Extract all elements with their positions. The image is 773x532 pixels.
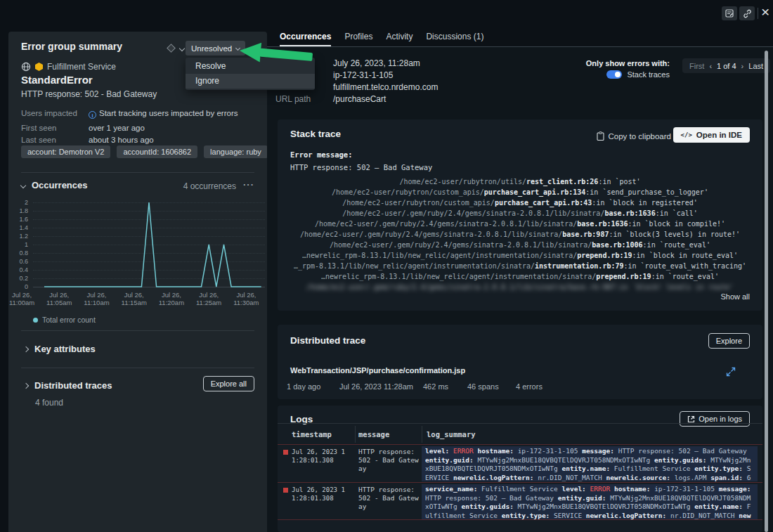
log-row[interactable]: Jul 26, 2023 11:28:01.308HTTP response: … [278,482,762,520]
chart-legend[interactable]: Total error count [33,316,96,324]
stack-frame[interactable]: …newrelic_rpm-8.13.1/lib/new_relic/agent… [278,271,762,282]
field-value: about 3 hours ago [89,136,154,144]
distributed-traces-title: Distributed traces [34,380,112,391]
filter-title: Only show errors with: [586,59,670,67]
info-icon[interactable]: i [89,111,96,119]
stack-frames: /home/ec2-user/rubytron/utils/rest_clien… [278,176,762,292]
pagination-last[interactable]: Last [748,62,763,70]
detail-tab-bar: OccurrencesProfilesActivityDiscussions (… [267,25,773,47]
stack-traces-toggle[interactable] [606,70,622,79]
col-log-summary[interactable]: log_summary [427,430,476,439]
tab-discussions-1-[interactable]: Discussions (1) [426,32,483,46]
feedback-note-button[interactable] [722,6,737,20]
occurrences-section-header[interactable]: Occurrences [21,180,88,190]
copy-to-clipboard-button[interactable]: Copy to clipboard [597,131,672,141]
service-health-hexagon-icon [35,63,43,71]
log-summary: level: ERROR hostname: ip-172-31-1-105 m… [422,446,758,481]
attribute-tag: accountId: 1606862 [117,145,197,158]
stack-frame[interactable]: /home/ec2-user/.gem/ruby/2.4/gems/sinatr… [278,240,762,250]
column-divider [422,426,422,443]
y-tick-label: 2 [8,199,28,206]
stack-frame[interactable]: /home/ec2-user/.gem/ruby/2.4/gems/sinatr… [278,229,762,240]
dropdown-option-ignore[interactable]: Ignore [186,74,315,89]
explore-all-button[interactable]: Explore all [203,376,254,391]
vertical-scrollbar[interactable] [765,51,768,532]
section-divider [21,368,254,368]
status-dropdown-button[interactable]: Unresolved [186,41,245,56]
blurred-stack-frame: /home/ec2-user/.gem/ruby/2.4/gems/sinatr… [278,282,762,292]
distributed-trace-title: Distributed trace [290,335,365,346]
stack-frame[interactable]: /home/ec2-user/.gem/ruby/2.4/gems/sinatr… [278,219,762,229]
summary-field-row: Last seenabout 3 hours ago [21,136,154,144]
error-inbox-detail-window: × Error group summary Fulfillment Servic… [0,0,773,532]
service-row[interactable]: Fulfillment Service [21,62,116,72]
occurrences-line-chart[interactable] [33,198,265,287]
key-attributes-section-header[interactable]: Key attributes [24,344,96,354]
summary-field-row: Users impactediStart tracking users impa… [21,109,238,119]
code-icon: </> [681,131,692,138]
col-timestamp[interactable]: timestamp [292,430,332,439]
distributed-trace-card: Distributed trace Explore WebTransaction… [278,325,762,399]
x-tick-label: Jul 26,11:25am [188,291,230,306]
chevron-right-icon [23,346,29,351]
stack-frame[interactable]: /home/ec2-user/rubytron/utils/rest_clien… [278,176,762,187]
legend-label: Total error count [42,316,96,324]
stack-error-message: HTTP response: 502 – Bad Gateway [290,163,432,171]
topbar-divider [758,8,758,19]
y-tick-label: 0.4 [8,266,28,273]
tag-list: account: Demotron V2accountId: 1606862la… [21,145,267,158]
pagination-first[interactable]: First [689,62,704,70]
show-all-link[interactable]: Show all [720,292,750,301]
field-value[interactable]: Start tracking users impacted by errors [99,109,238,117]
field-label: First seen [21,124,89,132]
field-value: over 1 year ago [89,124,145,132]
error-count-line [44,202,261,287]
pagination-prev-icon[interactable]: ‹ [709,62,712,70]
stack-frame[interactable]: /home/ec2-user/rubytron/custom_apis/purc… [278,187,762,197]
log-summary: service_name: Fulfillment Service level:… [422,484,758,519]
x-tick-label: Jul 26,11:05am [38,291,80,306]
stack-frame[interactable]: /home/ec2-user/.gem/ruby/2.4/gems/sinatr… [278,208,762,219]
y-tick-label: 1.8 [8,207,28,214]
note-edit-icon [725,9,734,18]
error-message-text: HTTP response: 502 - Bad Gateway [21,89,157,99]
tab-occurrences[interactable]: Occurrences [280,32,331,46]
pagination-next-icon[interactable]: › [741,62,744,70]
stack-frame[interactable]: …_rpm-8.13.1/lib/new_relic/agent/instrum… [278,261,762,271]
tab-activity[interactable]: Activity [386,32,413,46]
key-attributes-title: Key attributes [34,344,96,354]
error-class-name: StandardError [21,74,93,86]
service-name: Fulfillment Service [47,62,116,72]
transaction-name[interactable]: WebTransaction/JSP/purchase/confirmation… [290,366,465,375]
detail-value: ip-172-31-1-105 [333,70,544,80]
expand-trace-icon[interactable] [726,367,736,377]
logs-card: Logs Open in logs timestamp message log_… [278,406,762,532]
occurrences-menu-button[interactable]: ··· [243,179,254,190]
log-row[interactable]: Jul 26, 2023 11:28:01.308HTTP response: … [278,444,762,482]
permalink-button[interactable] [739,6,755,20]
open-in-ide-button[interactable]: </> Open in IDE [673,127,750,143]
explore-button[interactable]: Explore [708,333,750,349]
clipboard-icon [597,131,604,141]
close-icon[interactable]: × [761,5,769,19]
log-message: HTTP response: 502 - Bad Gateway [358,448,420,473]
section-divider [21,172,254,173]
error-level-marker [283,488,288,493]
col-message[interactable]: message [358,430,389,439]
panel-title: Error group summary [21,41,122,52]
field-label: Users impacted [21,109,89,117]
occurrences-count: 4 occurrences [183,181,236,191]
stack-frame[interactable]: …newrelic_rpm-8.13.1/lib/new_relic/agent… [278,250,762,261]
y-tick-label: 1 [8,241,28,248]
logs-table-header: timestamp message log_summary [278,423,762,444]
tab-profiles[interactable]: Profiles [344,32,372,46]
distributed-traces-section-header[interactable]: Distributed traces [24,380,112,391]
stack-frame[interactable]: /home/ec2-user/rubytron/custom_apis/purc… [278,197,762,208]
y-tick-label: 0 [8,283,28,290]
toggle-label: Stack traces [627,70,670,79]
occurrence-pagination: First ‹ 1 of 4 › Last [682,58,770,73]
stack-trace-title: Stack trace [290,129,341,139]
trace-meta-item: 4 errors [516,382,543,391]
x-tick-label: Jul 26,11:20am [150,291,193,306]
pagination-current: 1 of 4 [717,62,736,70]
